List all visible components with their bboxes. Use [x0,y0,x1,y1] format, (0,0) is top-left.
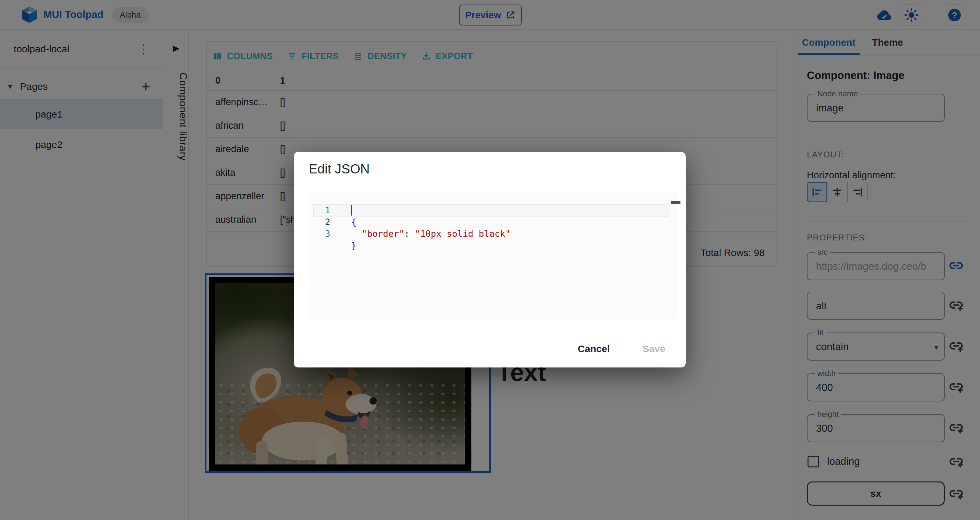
code-token: "10px solid black" [415,229,511,239]
toolpad-editor-app: MUI Toolpad Alpha Preview [0,0,980,520]
code-token [351,229,362,239]
save-button[interactable]: Save [637,339,671,359]
dialog-actions: Cancel Save [572,339,671,359]
code-token: : [404,229,415,239]
minimap-line-mark [671,201,681,204]
cancel-button[interactable]: Cancel [572,339,616,359]
code-line: 1 { [309,193,678,205]
code-token: "border" [362,229,404,239]
json-code-editor[interactable]: 1 { 2 "border": "10px solid black" 3 } [309,192,678,320]
code-line-active: 2 "border": "10px solid black" [309,205,678,216]
line-number: 3 [309,228,330,240]
edit-json-dialog: Edit JSON 1 { 2 "border": "10px solid bl… [294,152,686,367]
code-token: } [351,240,356,251]
minimap-divider [670,192,670,320]
dialog-title: Edit JSON [309,162,370,177]
code-line: 3 } [309,216,678,228]
